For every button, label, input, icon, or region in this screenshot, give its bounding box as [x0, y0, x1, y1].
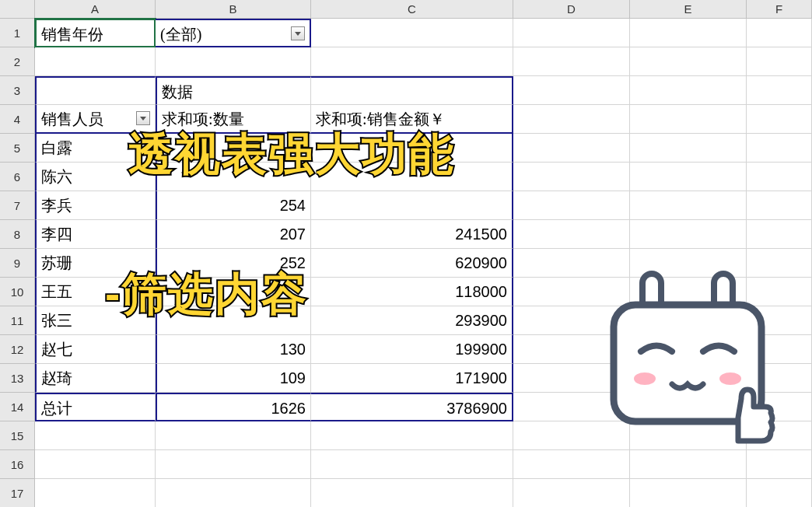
cell[interactable]	[311, 47, 513, 76]
row-field-label: 销售人员	[41, 110, 103, 128]
cell[interactable]	[311, 479, 513, 507]
cell[interactable]	[513, 76, 630, 105]
cell[interactable]	[513, 479, 630, 507]
row-header[interactable]: 5	[0, 134, 35, 163]
row-header[interactable]: 10	[0, 278, 35, 306]
cell[interactable]	[35, 421, 156, 450]
row-header[interactable]: 15	[0, 421, 35, 450]
cell[interactable]	[156, 421, 311, 450]
row-header[interactable]: 16	[0, 450, 35, 479]
table-row-name[interactable]: 李兵	[35, 191, 156, 220]
overlay-title-2: -筛选内容	[105, 264, 308, 325]
cell[interactable]	[35, 47, 156, 76]
filter-label-cell[interactable]: 销售年份	[35, 19, 156, 47]
cell[interactable]	[747, 134, 812, 163]
cell[interactable]	[311, 19, 513, 47]
row-header[interactable]: 2	[0, 47, 35, 76]
cell[interactable]	[513, 134, 630, 163]
table-row-amt[interactable]: 293900	[311, 306, 513, 335]
row-header[interactable]: 7	[0, 191, 35, 220]
cell[interactable]	[630, 191, 747, 220]
cell[interactable]	[35, 76, 156, 105]
row-header[interactable]: 8	[0, 220, 35, 249]
cell[interactable]	[630, 105, 747, 134]
svg-point-4	[719, 372, 741, 385]
total-amt[interactable]: 3786900	[311, 393, 513, 421]
cell[interactable]	[630, 220, 747, 249]
col-header-f[interactable]: F	[747, 0, 812, 19]
row-header[interactable]: 9	[0, 249, 35, 278]
table-row-qty[interactable]: 109	[156, 364, 311, 393]
table-row-amt[interactable]: 199900	[311, 335, 513, 364]
filter-value-cell[interactable]: (全部)	[156, 19, 311, 47]
table-row-name[interactable]: 赵琦	[35, 364, 156, 393]
overlay-title-1: 透视表强大功能	[128, 124, 455, 185]
cell[interactable]	[747, 19, 812, 47]
cell[interactable]	[156, 47, 311, 76]
cell[interactable]	[156, 450, 311, 479]
cell[interactable]	[630, 76, 747, 105]
cell[interactable]	[630, 19, 747, 47]
select-all-corner[interactable]	[0, 0, 35, 19]
row-header[interactable]: 13	[0, 364, 35, 393]
row-header[interactable]: 17	[0, 479, 35, 507]
row-header[interactable]: 3	[0, 76, 35, 105]
col-header-b[interactable]: B	[156, 0, 311, 19]
table-row-amt[interactable]: 620900	[311, 249, 513, 278]
cell[interactable]	[513, 191, 630, 220]
cell[interactable]	[747, 105, 812, 134]
cell[interactable]	[630, 163, 747, 191]
cell[interactable]	[747, 163, 812, 191]
table-row-amt[interactable]: 241500	[311, 220, 513, 249]
cell[interactable]	[156, 479, 311, 507]
cell[interactable]	[311, 450, 513, 479]
row-header[interactable]: 1	[0, 19, 35, 47]
cell[interactable]	[747, 47, 812, 76]
cell[interactable]	[630, 47, 747, 76]
column-headers: A B C D E F	[35, 0, 812, 19]
table-row-qty[interactable]: 207	[156, 220, 311, 249]
cell[interactable]	[747, 479, 812, 507]
table-row-qty[interactable]: 130	[156, 335, 311, 364]
table-row-qty[interactable]: 254	[156, 191, 311, 220]
cell[interactable]	[513, 163, 630, 191]
row-header[interactable]: 14	[0, 393, 35, 421]
cell[interactable]	[513, 19, 630, 47]
cell[interactable]	[630, 479, 747, 507]
table-row-name[interactable]: 李四	[35, 220, 156, 249]
row-header[interactable]: 12	[0, 335, 35, 364]
mascot-icon	[586, 258, 789, 460]
rowfield-dropdown-icon[interactable]	[136, 111, 150, 125]
col-header-e[interactable]: E	[630, 0, 747, 19]
svg-point-3	[634, 372, 656, 385]
cell[interactable]	[35, 479, 156, 507]
row-header[interactable]: 6	[0, 163, 35, 191]
table-row-amt[interactable]: 171900	[311, 364, 513, 393]
total-qty[interactable]: 1626	[156, 393, 311, 421]
cell[interactable]	[35, 450, 156, 479]
cell[interactable]	[513, 47, 630, 76]
cell[interactable]	[630, 134, 747, 163]
cell[interactable]	[311, 76, 513, 105]
filter-value: (全部)	[160, 26, 201, 43]
cell[interactable]	[747, 191, 812, 220]
col-header-d[interactable]: D	[513, 0, 630, 19]
total-label[interactable]: 总计	[35, 393, 156, 421]
row-header[interactable]: 11	[0, 306, 35, 335]
table-row-name[interactable]: 赵七	[35, 335, 156, 364]
table-row-amt[interactable]	[311, 191, 513, 220]
cell[interactable]	[747, 76, 812, 105]
col-header-a[interactable]: A	[35, 0, 156, 19]
row-header[interactable]: 4	[0, 105, 35, 134]
row-headers: 1 2 3 4 5 6 7 8 9 10 11 12 13 14 15 16 1…	[0, 19, 35, 507]
col-header-c[interactable]: C	[311, 0, 513, 19]
cell[interactable]	[311, 421, 513, 450]
cell[interactable]	[513, 105, 630, 134]
pivot-data-header[interactable]: 数据	[156, 76, 311, 105]
filter-dropdown-icon[interactable]	[291, 26, 305, 40]
cell[interactable]	[513, 220, 630, 249]
table-row-amt[interactable]: 118000	[311, 278, 513, 306]
cell[interactable]	[747, 220, 812, 249]
